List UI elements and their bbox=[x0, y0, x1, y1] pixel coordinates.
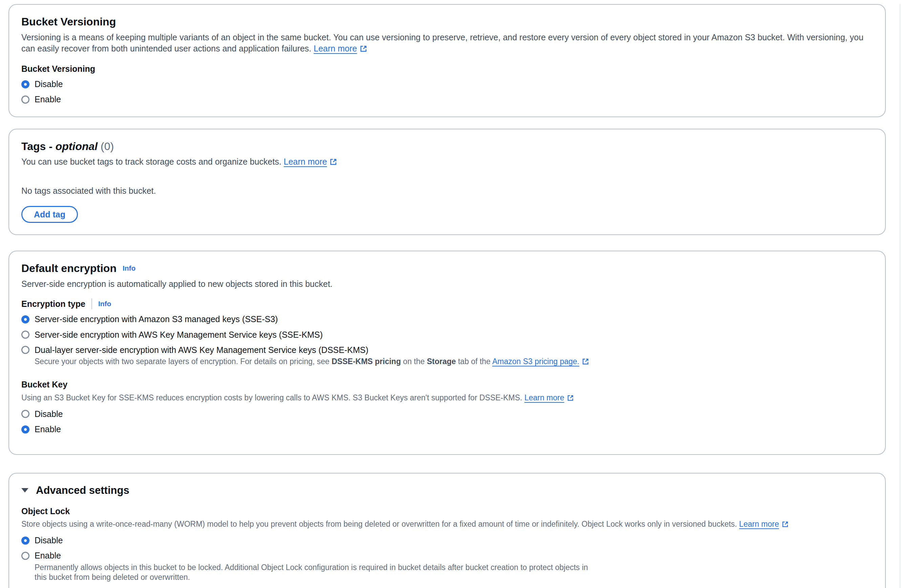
radio-circle-icon bbox=[21, 315, 30, 323]
advanced-settings-title: Advanced settings bbox=[36, 484, 129, 497]
object-lock-enable-description: Permanently allows objects in this bucke… bbox=[34, 563, 590, 583]
tags-counter: (0) bbox=[101, 140, 114, 153]
dsse-kms-radio[interactable]: Dual-layer server-side encryption with A… bbox=[21, 345, 873, 355]
radio-circle-icon bbox=[21, 331, 30, 339]
bucket-key-description: Using an S3 Bucket Key for SSE-KMS reduc… bbox=[21, 393, 873, 404]
dsse-kms-description: Secure your objects with two separate la… bbox=[34, 357, 873, 368]
bucket-versioning-description: Versioning is a means of keeping multipl… bbox=[21, 32, 873, 55]
radio-circle-icon bbox=[21, 537, 30, 544]
radio-circle-icon bbox=[21, 80, 30, 88]
versioning-disable-radio[interactable]: Disable bbox=[21, 79, 873, 89]
bucket-versioning-card: Bucket Versioning Versioning is a means … bbox=[8, 4, 886, 117]
s3-pricing-page-link[interactable]: Amazon S3 pricing page. bbox=[492, 357, 579, 366]
external-link-icon bbox=[330, 157, 337, 168]
object-lock-label: Object Lock bbox=[21, 506, 873, 517]
bucket-versioning-title: Bucket Versioning bbox=[21, 15, 873, 29]
radio-circle-icon bbox=[21, 346, 30, 354]
tags-description: You can use bucket tags to track storage… bbox=[21, 156, 873, 168]
encryption-type-label: Encryption type bbox=[21, 298, 85, 310]
label-divider bbox=[92, 298, 92, 309]
default-encryption-description: Server-side encryption is automatically … bbox=[21, 278, 873, 290]
default-encryption-title: Default encryptionInfo bbox=[21, 262, 873, 276]
tags-title: Tags - optional (0) bbox=[21, 140, 873, 154]
object-lock-radio-group: Disable Enable Permanently allows object… bbox=[21, 535, 873, 583]
default-encryption-info-link[interactable]: Info bbox=[123, 264, 136, 272]
advanced-settings-card: Advanced settings Object Lock Store obje… bbox=[8, 473, 886, 588]
versioning-enable-radio[interactable]: Enable bbox=[21, 94, 873, 104]
encryption-type-radio-group: Server-side encryption with Amazon S3 ma… bbox=[21, 314, 873, 368]
external-link-icon bbox=[360, 44, 367, 55]
caret-down-icon bbox=[21, 488, 28, 494]
object-lock-learn-more-link[interactable]: Learn more bbox=[739, 519, 779, 529]
object-lock-enable-radio[interactable]: Enable bbox=[21, 551, 873, 561]
encryption-type-label-row: Encryption type Info bbox=[21, 298, 873, 310]
bucket-key-learn-more-link[interactable]: Learn more bbox=[524, 393, 564, 402]
tags-learn-more-link[interactable]: Learn more bbox=[284, 157, 327, 166]
object-lock-disable-radio[interactable]: Disable bbox=[21, 535, 873, 546]
bucket-versioning-radio-group: Disable Enable bbox=[21, 79, 873, 105]
radio-circle-icon bbox=[21, 426, 30, 434]
external-link-icon bbox=[782, 520, 789, 530]
create-bucket-settings-page: Bucket Versioning Versioning is a means … bbox=[0, 4, 901, 588]
default-encryption-card: Default encryptionInfo Server-side encry… bbox=[8, 251, 886, 455]
sse-s3-radio[interactable]: Server-side encryption with Amazon S3 ma… bbox=[21, 314, 873, 324]
add-tag-button[interactable]: Add tag bbox=[21, 206, 78, 223]
window-right-edge bbox=[899, 4, 900, 588]
sse-kms-radio[interactable]: Server-side encryption with AWS Key Mana… bbox=[21, 329, 873, 340]
bucket-versioning-field-label: Bucket Versioning bbox=[21, 63, 873, 75]
versioning-learn-more-link[interactable]: Learn more bbox=[314, 44, 357, 53]
radio-circle-icon bbox=[21, 552, 30, 560]
bucket-key-block: Bucket Key Using an S3 Bucket Key for SS… bbox=[21, 379, 873, 435]
radio-circle-icon bbox=[21, 410, 30, 418]
radio-circle-icon bbox=[21, 95, 30, 104]
advanced-settings-expander[interactable]: Advanced settings bbox=[21, 484, 873, 497]
tags-card: Tags - optional (0) You can use bucket t… bbox=[8, 129, 886, 236]
object-lock-description: Store objects using a write-once-read-ma… bbox=[21, 519, 873, 530]
bucket-key-disable-radio[interactable]: Disable bbox=[21, 409, 873, 419]
external-link-icon bbox=[567, 394, 574, 404]
encryption-type-info-link[interactable]: Info bbox=[98, 300, 111, 308]
external-link-icon bbox=[582, 358, 589, 368]
no-tags-text: No tags associated with this bucket. bbox=[21, 186, 873, 196]
bucket-key-label: Bucket Key bbox=[21, 379, 873, 390]
bucket-key-enable-radio[interactable]: Enable bbox=[21, 424, 873, 435]
bucket-key-radio-group: Disable Enable bbox=[21, 409, 873, 435]
